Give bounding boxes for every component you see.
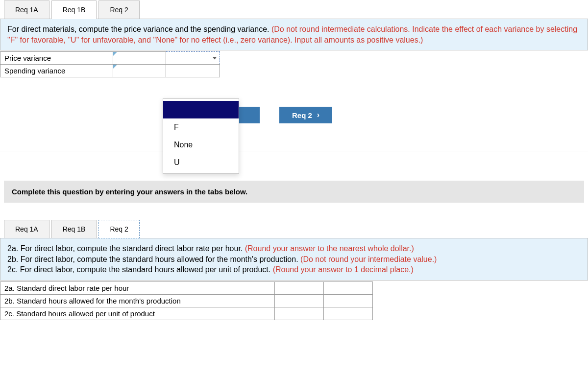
prompt-2c-text: 2c. For direct labor, compute the standa… [7, 265, 273, 274]
chevron-right-icon: › [317, 111, 319, 119]
select-spending-variance-effect[interactable] [166, 65, 220, 77]
dog-ear-icon [113, 52, 117, 56]
prompt-2b-instruction: (Do not round your intermediate value.) [300, 255, 437, 263]
label-2a: 2a. Standard direct labor rate per hour [0, 281, 275, 294]
table-row: 2a. Standard direct labor rate per hour [0, 281, 373, 294]
prompt-2: 2a. For direct labor, compute the standa… [0, 238, 588, 281]
label-spending-variance: Spending variance [0, 65, 113, 77]
complete-banner: Complete this question by entering your … [4, 181, 584, 203]
dropdown-option-u[interactable]: U [163, 154, 239, 171]
prompt-1-text: For direct materials, compute the price … [7, 25, 271, 33]
prompt-2a-instruction: (Round your answer to the nearest whole … [245, 244, 414, 253]
input-2c-right[interactable] [324, 307, 373, 320]
tab2-req-1a[interactable]: Req 1A [4, 220, 49, 238]
table-row: Price variance [0, 52, 220, 65]
dog-ear-icon [113, 65, 117, 69]
chevron-down-icon [213, 57, 217, 59]
input-2a-right[interactable] [324, 281, 373, 294]
tab2-req-1b[interactable]: Req 1B [51, 220, 97, 238]
table-row: 2c. Standard hours allowed per unit of p… [0, 307, 373, 320]
prompt-1: For direct materials, compute the price … [0, 19, 588, 50]
tab-bar-1: Req 1A Req 1B Req 2 [0, 0, 588, 19]
tab2-req-2[interactable]: Req 2 [98, 220, 139, 238]
labor-table: 2a. Standard direct labor rate per hour … [0, 281, 373, 320]
variance-table: Price variance Spending variance [0, 51, 220, 77]
prompt-2b-text: 2b. For direct labor, compute the standa… [7, 255, 300, 263]
select-price-variance-effect[interactable] [166, 52, 220, 65]
table-row: Spending variance [0, 65, 220, 77]
input-2a-left[interactable] [275, 281, 324, 294]
dropdown-option-f[interactable]: F [163, 118, 239, 136]
input-2b-left[interactable] [275, 294, 324, 307]
prompt-2c-instruction: (Round your answer to 1 decimal place.) [273, 265, 414, 274]
tab-req-1b[interactable]: Req 1B [51, 0, 97, 19]
label-price-variance: Price variance [0, 52, 113, 65]
prompt-2a-text: 2a. For direct labor, compute the standa… [7, 244, 245, 253]
table-row: 2b. Standard hours allowed for the month… [0, 294, 373, 307]
next-button-label: Req 2 [292, 111, 312, 119]
tab-bar-2: Req 1A Req 1B Req 2 [0, 220, 588, 238]
label-2b: 2b. Standard hours allowed for the month… [0, 294, 275, 307]
effect-dropdown[interactable]: F None U [163, 98, 239, 174]
input-2c-left[interactable] [275, 307, 324, 320]
label-2c: 2c. Standard hours allowed per unit of p… [0, 307, 275, 320]
input-spending-variance-amount[interactable] [113, 65, 166, 77]
dropdown-option-blank[interactable] [163, 101, 239, 118]
input-2b-right[interactable] [324, 294, 373, 307]
tab-req-2[interactable]: Req 2 [98, 0, 139, 19]
next-button[interactable]: Req 2 › [279, 107, 332, 123]
section-divider [0, 151, 588, 151]
input-price-variance-amount[interactable] [113, 52, 166, 65]
dropdown-option-none[interactable]: None [163, 136, 239, 154]
tab-req-1a[interactable]: Req 1A [4, 0, 49, 19]
